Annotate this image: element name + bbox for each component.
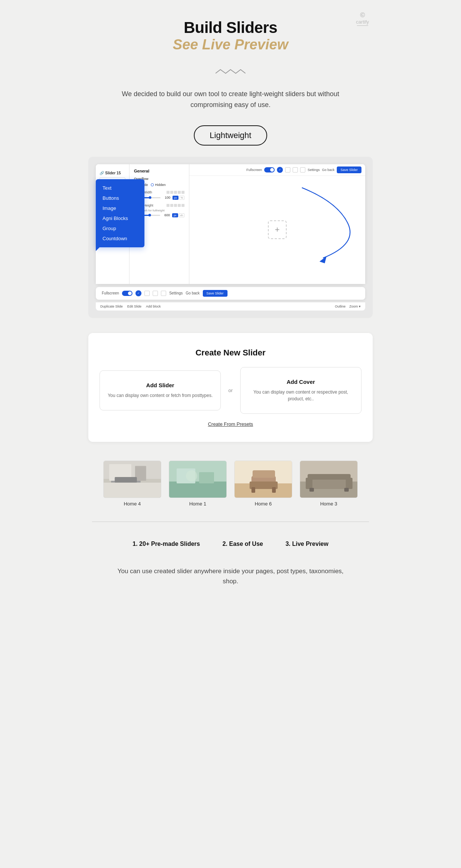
save-slider-button-2[interactable]: Save Slider bbox=[203, 290, 228, 297]
second-toolbar: Fullscreen ✓ Settings Go back Save Slide… bbox=[96, 287, 365, 300]
go-back-label[interactable]: Go back bbox=[322, 168, 335, 172]
header-section: © cartify Build Sliders See Live Preview bbox=[81, 0, 380, 60]
cartify-text: cartify bbox=[356, 19, 369, 25]
edit-slide-label[interactable]: Edit Slide bbox=[127, 305, 141, 308]
add-cover-box[interactable]: Add Cover You can display own content or… bbox=[240, 367, 361, 414]
svg-rect-24 bbox=[346, 478, 352, 489]
menu-item-agni-blocks[interactable]: Agni Blocks bbox=[96, 213, 144, 223]
icon-sq-6 bbox=[161, 291, 166, 296]
save-slider-button[interactable]: Save Slider bbox=[337, 166, 361, 173]
preset-thumb-home6 bbox=[234, 461, 292, 498]
lightweight-badge: Lightweight bbox=[194, 125, 267, 146]
preset-label-home3: Home 3 bbox=[300, 501, 358, 507]
svg-rect-17 bbox=[272, 487, 276, 493]
circle-check-icon-2: ✓ bbox=[135, 290, 141, 296]
cartify-logo: © cartify bbox=[356, 11, 369, 27]
bottom-right-actions: Outline Zoom ▾ bbox=[335, 305, 361, 308]
preset-thumbnails: Home 4 Home 1 bbox=[81, 453, 380, 514]
cartify-icon: © bbox=[356, 11, 369, 19]
duplicate-slide-label[interactable]: Duplicate Slide bbox=[100, 305, 123, 308]
or-divider: or bbox=[228, 388, 233, 393]
go-back-label-2[interactable]: Go back bbox=[186, 291, 199, 295]
create-slider-title: Create New Slider bbox=[100, 348, 361, 358]
circle-check-icon: ✓ bbox=[277, 167, 283, 173]
feature-ease: 2. Ease of Use bbox=[222, 541, 263, 547]
badge-container: Lightweight bbox=[81, 125, 380, 146]
icon-sq-1 bbox=[285, 167, 290, 172]
settings-label-2[interactable]: Settings bbox=[169, 291, 183, 295]
svg-rect-16 bbox=[251, 487, 255, 493]
feature-premade: 1. 20+ Pre-made Sliders bbox=[132, 541, 200, 547]
slider-options: Add Slider You can display own content o… bbox=[100, 367, 361, 414]
icon-sq-4 bbox=[144, 291, 150, 296]
add-element-button[interactable]: + bbox=[268, 220, 287, 239]
svg-rect-22 bbox=[308, 474, 351, 480]
svg-marker-0 bbox=[320, 256, 327, 263]
menu-item-group[interactable]: Group bbox=[96, 223, 144, 233]
fullscreen-label-2: Fullscreen bbox=[102, 291, 119, 295]
fullscreen-toggle[interactable] bbox=[264, 167, 275, 172]
editor-topbar: Fullscreen ✓ Settings Go back Save Slide… bbox=[189, 164, 365, 176]
svg-rect-26 bbox=[344, 488, 349, 492]
description-text: We decided to build our own tool to crea… bbox=[81, 89, 380, 110]
svg-rect-10 bbox=[199, 472, 214, 483]
preset-label-home6: Home 6 bbox=[234, 501, 292, 507]
hidden-option[interactable]: Hidden bbox=[151, 183, 166, 187]
create-slider-card: Create New Slider Add Slider You can dis… bbox=[88, 333, 373, 442]
svg-rect-18 bbox=[253, 470, 275, 478]
preset-home6[interactable]: Home 6 bbox=[234, 461, 292, 507]
menu-item-buttons[interactable]: Buttons bbox=[96, 193, 144, 203]
editor-main: Fullscreen ✓ Settings Go back Save Slide… bbox=[189, 164, 365, 284]
add-slider-desc: You can display own content or fetch fro… bbox=[107, 392, 213, 399]
preset-thumb-home3 bbox=[300, 461, 358, 498]
main-subtitle: See Live Preview bbox=[88, 37, 373, 53]
toolbar-left: Fullscreen ✓ Settings Go back Save Slide… bbox=[102, 290, 228, 297]
features-row: 1. 20+ Pre-made Sliders 2. Ease of Use 3… bbox=[81, 529, 380, 559]
main-title: Build Sliders bbox=[88, 19, 373, 37]
svg-point-11 bbox=[186, 470, 197, 482]
menu-item-image[interactable]: Image bbox=[96, 203, 144, 213]
context-menu: Text Buttons Image Agni Blocks Group Cou… bbox=[96, 179, 144, 247]
bottom-description: You can use created slider anywhere insi… bbox=[81, 559, 380, 609]
zoom-label[interactable]: Zoom ▾ bbox=[349, 305, 361, 308]
outline-label[interactable]: Outline bbox=[335, 305, 346, 308]
add-block-label[interactable]: Add block bbox=[146, 305, 161, 308]
icon-sq-5 bbox=[153, 291, 158, 296]
preset-home1[interactable]: Home 1 bbox=[169, 461, 227, 507]
menu-item-text[interactable]: Text bbox=[96, 183, 144, 193]
editor-canvas: + bbox=[189, 176, 365, 284]
feature-preview: 3. Live Preview bbox=[286, 541, 329, 547]
add-cover-title: Add Cover bbox=[248, 379, 354, 385]
icon-sq-2 bbox=[293, 167, 298, 172]
create-from-presets-link[interactable]: Create From Presets bbox=[100, 421, 361, 427]
fullscreen-toggle-2[interactable] bbox=[122, 291, 132, 296]
add-slider-box[interactable]: Add Slider You can display own content o… bbox=[100, 370, 221, 410]
preset-label-home1: Home 1 bbox=[169, 501, 227, 507]
svg-rect-23 bbox=[306, 478, 312, 489]
wave-decoration bbox=[81, 68, 380, 77]
bottom-left-actions: Duplicate Slide Edit Slide Add block bbox=[100, 305, 161, 308]
add-cover-desc: You can display own content or respectiv… bbox=[248, 389, 354, 402]
menu-item-countdown[interactable]: Countdown bbox=[96, 233, 144, 244]
preset-thumb-home1 bbox=[169, 461, 227, 498]
svg-rect-6 bbox=[115, 477, 137, 483]
icon-sq-3 bbox=[300, 167, 305, 172]
app-screenshot: 🔗 Slider 15 Add Slide Slide 0 General Ov… bbox=[88, 157, 373, 318]
svg-rect-8 bbox=[169, 482, 227, 498]
settings-label[interactable]: Settings bbox=[308, 168, 320, 172]
general-panel-title: General bbox=[134, 169, 184, 173]
svg-rect-25 bbox=[309, 488, 314, 492]
fullscreen-label: Fullscreen bbox=[246, 168, 262, 172]
slider-title: 🔗 Slider 15 bbox=[100, 171, 125, 175]
preset-thumb-home4 bbox=[103, 461, 161, 498]
section-divider bbox=[92, 522, 369, 522]
editor-bottom-bar: Duplicate Slide Edit Slide Add block Out… bbox=[96, 302, 365, 311]
preset-home3[interactable]: Home 3 bbox=[300, 461, 358, 507]
add-slider-title: Add Slider bbox=[107, 382, 213, 388]
preset-label-home4: Home 4 bbox=[103, 501, 161, 507]
preset-home4[interactable]: Home 4 bbox=[103, 461, 161, 507]
